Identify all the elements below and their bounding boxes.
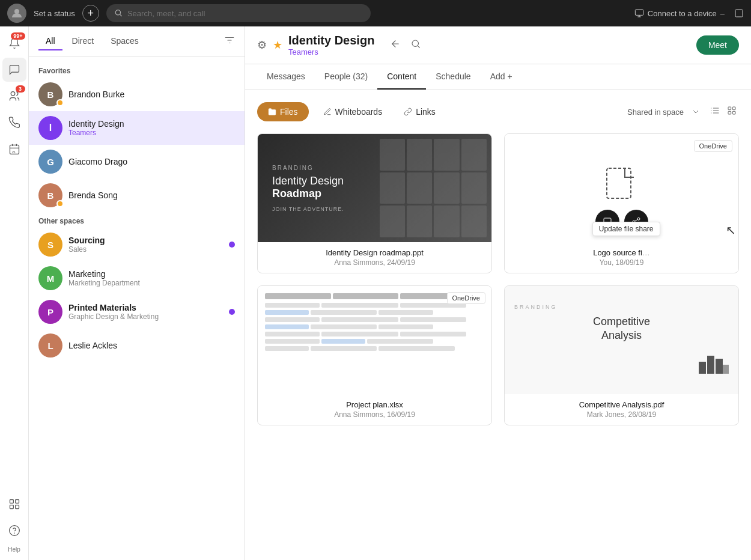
list-item[interactable]: B Brenda Song [29,178,245,212]
channel-header: ⚙ ★ Identity Design Teamers Meet [245,26,751,64]
sidebar-item-chat[interactable] [2,58,26,82]
grid-view-button[interactable] [725,103,739,121]
sidebar-item-activity[interactable]: 99+ [2,31,26,55]
svg-rect-11 [15,505,19,509]
svg-point-14 [412,40,419,47]
sidebar-item-calendar[interactable]: 21 [2,137,26,161]
list-item[interactable]: G Giacomo Drago [29,145,245,178]
tab-content[interactable]: Content [377,64,426,90]
list-item[interactable]: I Identity Design Teamers [29,111,245,145]
status-label[interactable]: Set a status [34,9,75,18]
tab-all[interactable]: All [38,32,62,50]
svg-rect-26 [722,365,729,374]
search-icon [115,9,123,17]
header-icons [388,36,424,55]
favorite-icon[interactable]: ★ [273,38,282,52]
list-view-button[interactable] [708,103,722,121]
file-meta: You, 18/09/19 [513,258,730,267]
share-action[interactable]: Update file share [624,210,648,234]
search-input[interactable] [127,9,362,18]
svg-rect-4 [735,10,743,17]
search-icon[interactable] [408,36,424,55]
svg-rect-15 [728,107,731,110]
meet-button[interactable]: Meet [696,35,739,55]
whiteboards-button[interactable]: Whiteboards [316,102,390,121]
filter-icon[interactable] [224,35,235,48]
channel-subtitle[interactable]: Teamers [288,47,374,56]
sidebar-item-people[interactable]: 3 [2,84,26,108]
left-panel: All Direct Spaces Favorites B Brandon Bu… [29,26,245,560]
status-indicator [56,99,64,106]
search-bar[interactable] [106,4,371,22]
document-icon [604,167,640,209]
competitive-title: CompetitiveAnalysis [593,315,650,343]
files-button[interactable]: Files [257,102,309,121]
svg-rect-8 [10,500,13,504]
activity-badge: 99+ [11,32,25,40]
svg-line-2 [120,14,121,16]
link-icon [404,108,412,116]
gear-icon[interactable]: ⚙ [257,38,267,52]
back-icon[interactable] [388,36,403,55]
tab-messages[interactable]: Messages [257,64,315,90]
right-panel: ⚙ ★ Identity Design Teamers Meet Message… [245,26,751,560]
file-info: Competitive Analysis.pdf Mark Jones, 26/… [505,394,738,425]
channel-title-group: Identity Design Teamers [288,34,374,56]
left-panel-header: All Direct Spaces [29,26,245,57]
avatar: S [38,233,62,257]
file-card[interactable]: BRANDING Identity Design Roadmap JOIN TH… [257,133,492,273]
connect-device-button[interactable]: Connect to a device – [634,8,725,18]
roadmap-preview: BRANDING Identity Design Roadmap JOIN TH… [258,134,491,242]
list-item[interactable]: L Leslie Ackles [29,329,245,362]
svg-rect-16 [732,107,735,110]
contact-name: Brandon Burke [68,90,235,99]
user-avatar[interactable] [7,4,26,23]
svg-text:21: 21 [11,150,15,154]
avatar: B [38,183,62,207]
list-item[interactable]: P Printed Materials Graphic Design & Mar… [29,295,245,329]
file-card[interactable]: OneDrive [504,133,739,273]
list-item[interactable]: S Sourcing Sales [29,228,245,261]
tab-spaces[interactable]: Spaces [103,32,146,50]
add-button[interactable]: + [82,5,99,22]
help-label: Help [8,546,20,553]
file-card[interactable]: OneDrive [257,285,492,425]
sidebar-item-phone[interactable] [2,111,26,135]
sidebar-item-help[interactable] [2,519,26,543]
shared-label: Shared in space [627,108,684,117]
svg-rect-18 [732,111,735,114]
channel-title: Identity Design [288,34,374,47]
tab-schedule[interactable]: Schedule [426,64,480,90]
grid-decoration [375,134,492,242]
svg-rect-9 [15,500,19,504]
file-meta: Anna Simmons, 24/09/19 [266,258,483,267]
people-badge: 3 [16,85,25,93]
avatar: B [38,82,62,106]
file-meta: Mark Jones, 26/08/19 [513,410,730,419]
contact-info: Marketing Marketing Department [68,269,235,287]
cursor-icon: ↖ [726,223,736,237]
avatar: I [38,116,62,140]
favorites-label: Favorites [29,62,245,78]
links-button[interactable]: Links [397,102,443,121]
chevron-down-icon[interactable] [691,107,701,117]
window-icon[interactable] [734,8,744,18]
sidebar-item-apps[interactable] [2,492,26,516]
avatar: L [38,333,62,358]
preview-branding-label: BRANDING [272,165,314,171]
contact-info: Leslie Ackles [68,341,235,350]
contact-info: Brandon Burke [68,90,235,99]
tab-direct[interactable]: Direct [65,32,102,50]
tab-add[interactable]: Add + [481,64,522,90]
avatar: G [38,150,62,174]
action-overlay: Update file share [595,210,648,234]
list-item[interactable]: B Brandon Burke [29,78,245,111]
svg-rect-10 [10,505,13,509]
tooltip: Update file share [592,222,660,236]
file-card[interactable]: BRANDING CompetitiveAnalysis [504,285,739,425]
svg-point-1 [115,10,120,15]
contact-info: Giacomo Drago [68,157,235,166]
tab-nav: All Direct Spaces [38,32,224,50]
list-item[interactable]: M Marketing Marketing Department [29,261,245,295]
tab-people[interactable]: People (32) [315,64,377,90]
